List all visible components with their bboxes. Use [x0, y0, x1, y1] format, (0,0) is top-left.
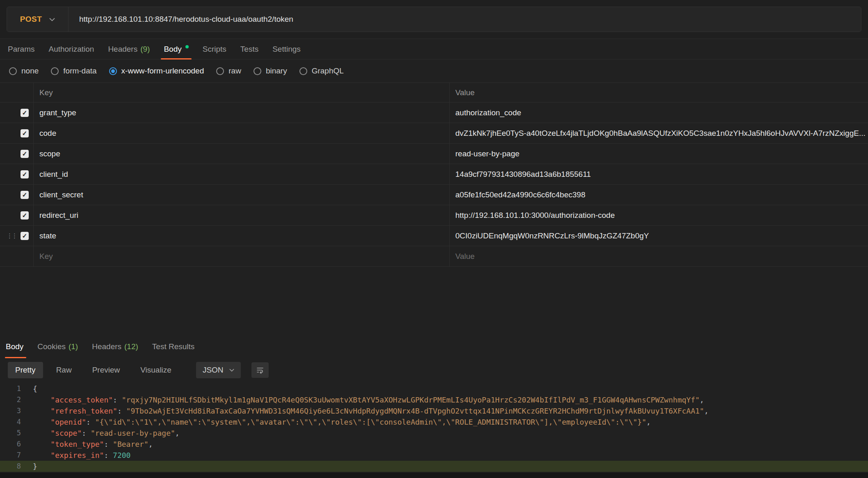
tab-label: Authorization — [48, 45, 94, 54]
body-type-none[interactable]: none — [9, 66, 39, 75]
row-checkbox[interactable]: ✓ — [21, 150, 29, 158]
body-type-x-www-form-urlencoded[interactable]: x-www-form-urlencoded — [109, 66, 204, 75]
response-tab-headers[interactable]: Headers(12) — [85, 336, 145, 358]
request-url-bar: POST http://192.168.101.10:8847/herodotu… — [0, 0, 868, 39]
value-cell[interactable]: a05fe1fc50ed42a4990c6c6fc4bec398 — [449, 185, 868, 205]
tab-headers[interactable]: Headers(9) — [101, 39, 157, 59]
key-input[interactable]: Key — [33, 246, 449, 266]
value-input[interactable]: Value — [449, 246, 868, 266]
tab-settings[interactable]: Settings — [265, 39, 308, 59]
key-cell[interactable]: client_id — [33, 164, 449, 184]
row-checkbox[interactable]: ✓ — [21, 109, 29, 117]
code-content: "scope": "read-user-by-page", — [30, 428, 180, 439]
tab-label: Cookies — [37, 342, 66, 351]
tab-count: (9) — [140, 45, 150, 54]
format-label: JSON — [203, 366, 224, 375]
token-pun: , — [704, 407, 708, 415]
tab-count: (12) — [124, 342, 138, 351]
value-cell[interactable]: http://192.168.101.10:3000/authorization… — [449, 205, 868, 225]
token-key: "refresh_token" — [50, 407, 117, 415]
body-type-raw[interactable]: raw — [216, 66, 241, 75]
row-checkbox[interactable]: ✓ — [21, 191, 29, 199]
drag-handle-icon[interactable]: ⋮⋮ — [7, 232, 16, 240]
row-checkbox[interactable]: ✓ — [21, 232, 29, 240]
body-type-graphql[interactable]: GraphQL — [299, 66, 344, 75]
method-selector[interactable]: POST — [7, 7, 69, 32]
response-tab-test-results[interactable]: Test Results — [145, 336, 201, 358]
value-cell[interactable]: dvZ1kNk7jhEe0TyS-a40tOzeLfx4jlaTLjdOKg0h… — [449, 123, 868, 143]
key-column-header: Key — [33, 83, 449, 102]
url-input[interactable]: http://192.168.101.10:8847/herodotus-clo… — [69, 7, 861, 32]
table-placeholder-row: Key Value — [0, 246, 868, 267]
radio-button — [9, 67, 17, 75]
radio-label: x-www-form-urlencoded — [121, 66, 204, 75]
token-pun: , — [646, 418, 651, 426]
key-cell[interactable]: scope — [33, 144, 449, 164]
token-pun: , — [700, 396, 704, 404]
value-cell[interactable]: 0CI0ziUDEnqMgqW0nzRNRCzLrs-9lMbqJzGZ47Zb… — [449, 226, 868, 246]
radio-button — [109, 67, 117, 75]
key-cell[interactable]: code — [33, 123, 449, 143]
token-pun: : — [117, 407, 126, 415]
code-line: 7 "expires_in": 7200 — [0, 450, 868, 461]
row-select-cell: ✓ — [0, 164, 33, 184]
code-content: "expires_in": 7200 — [30, 450, 130, 461]
token-key: "access_token" — [50, 396, 113, 404]
response-body-editor[interactable]: 1{2 "access_token": "rqxjy7Np2HIUHLfSDbi… — [0, 383, 868, 472]
value-cell[interactable]: 14a9cf797931430896ad13a6b1855611 — [449, 164, 868, 184]
tab-scripts[interactable]: Scripts — [196, 39, 233, 59]
key-cell[interactable]: client_secret — [33, 185, 449, 205]
token-pun: : — [104, 440, 113, 448]
code-line: 6 "token_type": "Bearer", — [0, 439, 868, 450]
editor-scrollbar-track[interactable] — [0, 473, 868, 478]
format-select[interactable]: JSON — [196, 362, 241, 378]
line-number: 5 — [0, 428, 30, 439]
body-type-form-data[interactable]: form-data — [51, 66, 96, 75]
header-select-cell — [0, 83, 33, 102]
row-select-cell: ✓ — [0, 205, 33, 225]
row-checkbox[interactable]: ✓ — [21, 211, 29, 220]
view-tabs: PrettyRawPreviewVisualize — [8, 362, 185, 378]
line-number: 1 — [0, 383, 30, 394]
tab-label: Body — [6, 342, 23, 351]
response-tab-body[interactable]: Body — [1, 336, 30, 358]
modified-dot — [185, 45, 189, 48]
wrap-text-button[interactable] — [251, 362, 269, 378]
view-tab-raw[interactable]: Raw — [49, 362, 79, 378]
line-number: 8 — [0, 461, 30, 472]
tab-label: Settings — [272, 45, 301, 54]
kv-rows: ✓grant_typeauthorization_code✓codedvZ1kN… — [0, 103, 868, 246]
key-cell[interactable]: state — [33, 226, 449, 246]
radio-button — [299, 67, 307, 75]
row-checkbox[interactable]: ✓ — [21, 129, 29, 137]
row-checkbox[interactable]: ✓ — [21, 170, 29, 178]
line-number: 7 — [0, 450, 30, 461]
code-line: 5 "scope": "read-user-by-page", — [0, 428, 868, 439]
tab-label: Test Results — [152, 342, 194, 351]
chevron-down-icon — [229, 368, 234, 372]
view-tab-pretty[interactable]: Pretty — [8, 362, 43, 378]
key-cell[interactable]: redirect_uri — [33, 205, 449, 225]
params-table: Key Value ✓grant_typeauthorization_code✓… — [0, 82, 868, 267]
token-pun: : — [104, 451, 113, 460]
token-pun: : — [86, 418, 95, 426]
radio-button — [51, 67, 59, 75]
view-tab-visualize[interactable]: Visualize — [133, 362, 179, 378]
tab-params[interactable]: Params — [1, 39, 41, 59]
view-tab-preview[interactable]: Preview — [85, 362, 128, 378]
value-cell[interactable]: authorization_code — [449, 103, 868, 123]
response-toolbar: PrettyRawPreviewVisualize JSON — [0, 361, 868, 379]
row-select-cell: ✓ — [0, 103, 33, 123]
code-content: "openid": "{\"id\":\"1\",\"name\":\"syst… — [30, 416, 651, 428]
body-type-binary[interactable]: binary — [254, 66, 287, 75]
code-content: "access_token": "rqxjy7Np2HIUHLfSDbitMky… — [30, 394, 704, 405]
key-cell[interactable]: grant_type — [33, 103, 449, 123]
value-cell[interactable]: read-user-by-page — [449, 144, 868, 164]
tab-authorization[interactable]: Authorization — [41, 39, 101, 59]
tab-tests[interactable]: Tests — [233, 39, 265, 59]
response-tab-cookies[interactable]: Cookies(1) — [30, 336, 85, 358]
method-label: POST — [20, 15, 42, 24]
tab-body[interactable]: Body — [157, 39, 195, 59]
row-select-cell: ✓ — [0, 144, 33, 164]
token-str: "{\"id\":\"1\",\"name\":\"system\",\"ava… — [95, 418, 646, 426]
